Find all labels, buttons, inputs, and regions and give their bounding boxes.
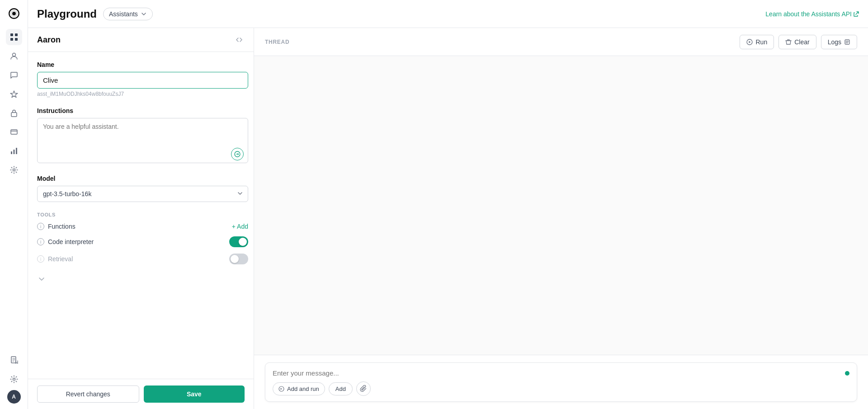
svg-rect-6	[11, 113, 17, 117]
instructions-textarea[interactable]	[37, 118, 248, 163]
svg-rect-4	[15, 38, 18, 41]
code-interpreter-info-icon[interactable]: i	[37, 238, 44, 245]
clear-button-label: Clear	[794, 38, 809, 46]
nav-bottom: A	[6, 352, 22, 404]
nav-icon-doc[interactable]	[6, 352, 22, 368]
model-section: Model gpt-3.5-turbo-16k gpt-4 gpt-4-turb…	[37, 175, 248, 202]
logs-button-label: Logs	[828, 38, 841, 46]
message-area: Add and run Add	[254, 355, 868, 409]
nav-icon-billing[interactable]	[6, 124, 22, 140]
retrieval-tool-name: Retrieval	[48, 255, 73, 263]
user-avatar[interactable]: A	[7, 390, 21, 404]
nav-icon-settings[interactable]	[6, 162, 22, 178]
run-icon	[746, 39, 753, 45]
code-interpreter-tool-left: i Code interpreter	[37, 238, 94, 245]
model-select[interactable]: gpt-3.5-turbo-16k gpt-4 gpt-4-turbo gpt-…	[37, 186, 248, 202]
clear-button[interactable]: Clear	[778, 35, 816, 49]
retrieval-toggle[interactable]	[229, 254, 248, 264]
svg-rect-8	[11, 151, 12, 154]
code-interpreter-toggle-dot	[239, 238, 247, 246]
external-link-icon	[854, 11, 859, 17]
page-title: Playground	[37, 8, 97, 20]
nav-icon-chat[interactable]	[6, 67, 22, 83]
assistants-badge-label: Assistants	[109, 10, 138, 18]
retrieval-toggle-dot	[231, 255, 239, 263]
learn-api-text: Learn about the Assistants API	[765, 10, 852, 18]
message-input-row	[273, 369, 849, 377]
add-and-run-label: Add and run	[287, 385, 319, 392]
functions-info-icon[interactable]: i	[37, 223, 44, 230]
svg-rect-9	[13, 150, 14, 154]
revert-changes-button[interactable]: Revert changes	[37, 385, 139, 403]
chevron-down-icon	[141, 11, 147, 17]
retrieval-tool-row: i Retrieval	[37, 254, 248, 264]
add-and-run-button[interactable]: Add and run	[273, 382, 325, 395]
functions-tool-left: i Functions	[37, 223, 75, 230]
app-logo[interactable]	[6, 5, 22, 22]
paperclip-icon	[360, 385, 367, 392]
left-panel-header: Aaron	[28, 28, 254, 52]
add-button-label: Add	[335, 385, 346, 392]
functions-add-button[interactable]: + Add	[232, 223, 248, 230]
learn-api-link[interactable]: Learn about the Assistants API	[765, 10, 859, 18]
assistant-name-header: Aaron	[37, 35, 61, 45]
svg-rect-1	[10, 33, 13, 36]
tools-section: TOOLS i Functions + Add	[37, 212, 248, 264]
nav-icon-finetune[interactable]	[6, 86, 22, 102]
logs-icon	[844, 39, 850, 45]
name-input[interactable]	[37, 72, 248, 89]
right-panel: THREAD Run Clear	[254, 28, 868, 409]
logs-button[interactable]: Logs	[821, 35, 857, 49]
svg-rect-3	[10, 38, 13, 41]
svg-point-13	[13, 378, 15, 381]
left-panel-scroll: Name asst_iM1MuODJhks04w8bfouuZsJ7 Instr…	[28, 52, 254, 379]
code-interpreter-tool-row: i Code interpreter	[37, 236, 248, 247]
thread-label: THREAD	[265, 39, 289, 45]
svg-point-5	[12, 53, 15, 56]
message-box: Add and run Add	[265, 362, 857, 402]
code-interpreter-toggle[interactable]	[229, 236, 248, 247]
right-header-actions: Run Clear Logs	[740, 35, 857, 49]
model-select-wrapper: gpt-3.5-turbo-16k gpt-4 gpt-4-turbo gpt-…	[37, 186, 248, 202]
run-button[interactable]: Run	[740, 35, 774, 49]
svg-point-0	[12, 12, 16, 15]
instructions-label: Instructions	[37, 107, 248, 114]
model-label: Model	[37, 175, 248, 182]
scroll-down-button[interactable]	[37, 274, 46, 283]
functions-add-label: + Add	[232, 223, 248, 230]
run-button-label: Run	[755, 38, 767, 46]
nav-icon-lock[interactable]	[6, 105, 22, 121]
left-nav: A	[0, 0, 28, 409]
svg-rect-7	[11, 130, 17, 134]
grammarly-icon[interactable]	[231, 148, 244, 160]
assistants-badge[interactable]: Assistants	[103, 8, 153, 20]
content-area: Aaron Name asst_iM1MuODJhks04w8bfouuZsJ7…	[28, 28, 868, 409]
nav-icon-assistants[interactable]	[6, 48, 22, 64]
retrieval-tool-left: i Retrieval	[37, 255, 73, 263]
functions-tool-name: Functions	[48, 223, 75, 230]
add-and-run-icon	[278, 386, 284, 392]
svg-rect-2	[15, 33, 18, 36]
svg-rect-10	[16, 148, 17, 154]
assistant-id: asst_iM1MuODJhks04w8bfouuZsJ7	[37, 91, 248, 97]
instructions-wrapper	[37, 118, 248, 165]
add-button[interactable]: Add	[329, 382, 353, 395]
expand-icon[interactable]	[234, 34, 245, 45]
name-label: Name	[37, 61, 248, 68]
clear-icon	[785, 39, 792, 45]
attach-button[interactable]	[356, 381, 371, 396]
online-indicator	[845, 371, 849, 376]
code-interpreter-tool-name: Code interpreter	[48, 238, 94, 245]
message-input[interactable]	[273, 369, 845, 377]
name-section: Name asst_iM1MuODJhks04w8bfouuZsJ7	[37, 61, 248, 97]
nav-icon-playground[interactable]	[6, 29, 22, 45]
instructions-section: Instructions	[37, 107, 248, 165]
right-panel-header: THREAD Run Clear	[254, 28, 868, 56]
thread-area	[254, 56, 868, 355]
nav-icon-chart[interactable]	[6, 143, 22, 159]
retrieval-info-icon[interactable]: i	[37, 255, 44, 263]
nav-icon-settings2[interactable]	[6, 371, 22, 387]
functions-tool-row: i Functions + Add	[37, 223, 248, 230]
tools-label: TOOLS	[37, 212, 248, 217]
save-button[interactable]: Save	[144, 385, 245, 403]
